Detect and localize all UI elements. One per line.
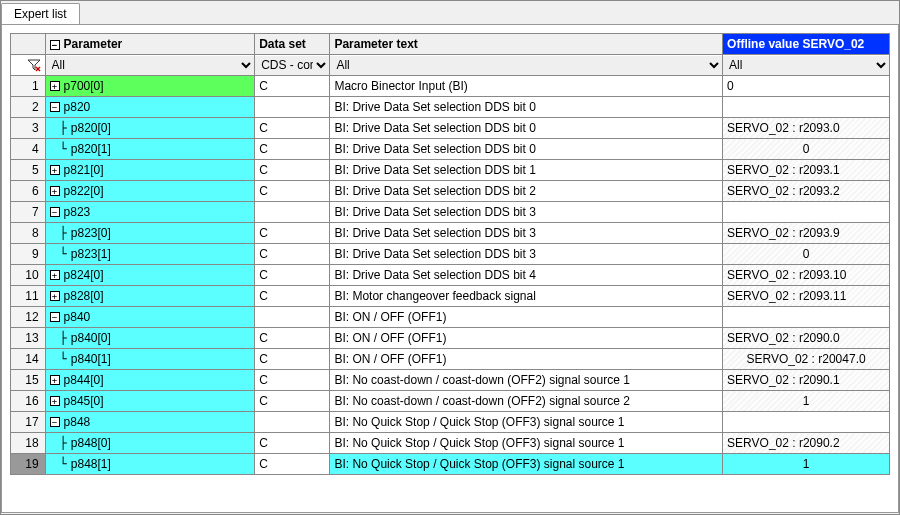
filter-parameter-select[interactable]: All <box>46 56 255 75</box>
parameter-text-cell[interactable]: BI: Drive Data Set selection DDS bit 0 <box>330 139 723 160</box>
parameter-text-cell[interactable]: BI: ON / OFF (OFF1) <box>330 328 723 349</box>
row-number[interactable]: 6 <box>11 181 46 202</box>
offline-value-cell[interactable]: SERVO_02 : r2090.1 <box>723 370 890 391</box>
offline-value-cell[interactable] <box>723 307 890 328</box>
offline-value-cell[interactable]: 0 <box>723 139 890 160</box>
dataset-cell[interactable]: C <box>255 391 330 412</box>
offline-value-cell[interactable]: 1 <box>723 454 890 475</box>
table-row[interactable]: 9└p823[1]CBI: Drive Data Set selection D… <box>11 244 890 265</box>
header-parameter[interactable]: −Parameter <box>45 34 255 55</box>
row-number[interactable]: 2 <box>11 97 46 118</box>
expand-icon[interactable]: + <box>50 396 60 406</box>
table-row[interactable]: 14└p840[1]CBI: ON / OFF (OFF1)SERVO_02 :… <box>11 349 890 370</box>
row-number[interactable]: 5 <box>11 160 46 181</box>
row-number[interactable]: 7 <box>11 202 46 223</box>
row-number[interactable]: 15 <box>11 370 46 391</box>
table-row[interactable]: 6+p822[0]CBI: Drive Data Set selection D… <box>11 181 890 202</box>
parameter-cell[interactable]: +p822[0] <box>45 181 255 202</box>
dataset-cell[interactable]: C <box>255 118 330 139</box>
parameter-cell[interactable]: +p700[0] <box>45 76 255 97</box>
expand-icon[interactable]: + <box>50 81 60 91</box>
row-number[interactable]: 18 <box>11 433 46 454</box>
header-rownum[interactable] <box>11 34 46 55</box>
offline-value-cell[interactable]: SERVO_02 : r2093.2 <box>723 181 890 202</box>
parameter-cell[interactable]: −p823 <box>45 202 255 223</box>
parameter-cell[interactable]: +p828[0] <box>45 286 255 307</box>
parameter-cell[interactable]: +p845[0] <box>45 391 255 412</box>
parameter-cell[interactable]: └p823[1] <box>45 244 255 265</box>
expand-icon[interactable]: + <box>50 165 60 175</box>
parameter-text-cell[interactable]: BI: Drive Data Set selection DDS bit 3 <box>330 244 723 265</box>
collapse-icon[interactable]: − <box>50 417 60 427</box>
row-number[interactable]: 4 <box>11 139 46 160</box>
filter-dataset-select[interactable]: CDS - com <box>255 56 329 75</box>
filter-ptext[interactable]: All <box>330 55 723 76</box>
parameter-text-cell[interactable]: BI: No coast-down / coast-down (OFF2) si… <box>330 370 723 391</box>
parameter-cell[interactable]: −p848 <box>45 412 255 433</box>
table-row[interactable]: 4└p820[1]CBI: Drive Data Set selection D… <box>11 139 890 160</box>
filter-icon-cell[interactable] <box>11 55 46 76</box>
row-number[interactable]: 1 <box>11 76 46 97</box>
filter-ptext-select[interactable]: All <box>330 56 722 75</box>
parameter-cell[interactable]: −p820 <box>45 97 255 118</box>
table-row[interactable]: 17−p848BI: No Quick Stop / Quick Stop (O… <box>11 412 890 433</box>
collapse-icon[interactable]: − <box>50 207 60 217</box>
tab-expert-list[interactable]: Expert list <box>1 3 80 24</box>
dataset-cell[interactable] <box>255 307 330 328</box>
offline-value-cell[interactable]: 0 <box>723 76 890 97</box>
parameter-text-cell[interactable]: BI: ON / OFF (OFF1) <box>330 307 723 328</box>
parameter-text-cell[interactable]: Macro Binector Input (BI) <box>330 76 723 97</box>
filter-parameter[interactable]: All <box>45 55 255 76</box>
offline-value-cell[interactable]: SERVO_02 : r20047.0 <box>723 349 890 370</box>
dataset-cell[interactable]: C <box>255 328 330 349</box>
parameter-cell[interactable]: +p824[0] <box>45 265 255 286</box>
table-row[interactable]: 10+p824[0]CBI: Drive Data Set selection … <box>11 265 890 286</box>
table-row[interactable]: 12−p840BI: ON / OFF (OFF1) <box>11 307 890 328</box>
parameter-text-cell[interactable]: BI: No Quick Stop / Quick Stop (OFF3) si… <box>330 454 723 475</box>
parameter-text-cell[interactable]: BI: Drive Data Set selection DDS bit 3 <box>330 223 723 244</box>
row-number[interactable]: 12 <box>11 307 46 328</box>
row-number[interactable]: 10 <box>11 265 46 286</box>
parameter-cell[interactable]: └p848[1] <box>45 454 255 475</box>
collapse-all-toggle[interactable]: − <box>50 40 60 50</box>
parameter-cell[interactable]: −p840 <box>45 307 255 328</box>
parameter-text-cell[interactable]: BI: Motor changeover feedback signal <box>330 286 723 307</box>
table-row[interactable]: 1+p700[0]CMacro Binector Input (BI)0 <box>11 76 890 97</box>
table-row[interactable]: 8├p823[0]CBI: Drive Data Set selection D… <box>11 223 890 244</box>
parameter-cell[interactable]: ├p823[0] <box>45 223 255 244</box>
dataset-cell[interactable] <box>255 412 330 433</box>
collapse-icon[interactable]: − <box>50 312 60 322</box>
table-row[interactable]: 7−p823BI: Drive Data Set selection DDS b… <box>11 202 890 223</box>
table-row[interactable]: 13├p840[0]CBI: ON / OFF (OFF1)SERVO_02 :… <box>11 328 890 349</box>
offline-value-cell[interactable]: 1 <box>723 391 890 412</box>
parameter-text-cell[interactable]: BI: ON / OFF (OFF1) <box>330 349 723 370</box>
header-dataset[interactable]: Data set <box>255 34 330 55</box>
dataset-cell[interactable]: C <box>255 160 330 181</box>
dataset-cell[interactable]: C <box>255 286 330 307</box>
parameter-text-cell[interactable]: BI: Drive Data Set selection DDS bit 1 <box>330 160 723 181</box>
offline-value-cell[interactable] <box>723 97 890 118</box>
table-row[interactable]: 18├p848[0]CBI: No Quick Stop / Quick Sto… <box>11 433 890 454</box>
dataset-cell[interactable]: C <box>255 265 330 286</box>
row-number[interactable]: 3 <box>11 118 46 139</box>
row-number[interactable]: 13 <box>11 328 46 349</box>
table-row[interactable]: 15+p844[0]CBI: No coast-down / coast-dow… <box>11 370 890 391</box>
row-number[interactable]: 17 <box>11 412 46 433</box>
table-row[interactable]: 19└p848[1]CBI: No Quick Stop / Quick Sto… <box>11 454 890 475</box>
parameter-text-cell[interactable]: BI: No coast-down / coast-down (OFF2) si… <box>330 391 723 412</box>
table-row[interactable]: 16+p845[0]CBI: No coast-down / coast-dow… <box>11 391 890 412</box>
offline-value-cell[interactable]: SERVO_02 : r2093.11 <box>723 286 890 307</box>
offline-value-cell[interactable]: SERVO_02 : r2093.9 <box>723 223 890 244</box>
parameter-text-cell[interactable]: BI: Drive Data Set selection DDS bit 4 <box>330 265 723 286</box>
dataset-cell[interactable]: C <box>255 76 330 97</box>
row-number[interactable]: 8 <box>11 223 46 244</box>
dataset-cell[interactable]: C <box>255 370 330 391</box>
parameter-cell[interactable]: ├p840[0] <box>45 328 255 349</box>
dataset-cell[interactable]: C <box>255 349 330 370</box>
parameter-cell[interactable]: ├p848[0] <box>45 433 255 454</box>
parameter-cell[interactable]: ├p820[0] <box>45 118 255 139</box>
dataset-cell[interactable]: C <box>255 223 330 244</box>
row-number[interactable]: 16 <box>11 391 46 412</box>
parameter-cell[interactable]: +p821[0] <box>45 160 255 181</box>
collapse-icon[interactable]: − <box>50 102 60 112</box>
